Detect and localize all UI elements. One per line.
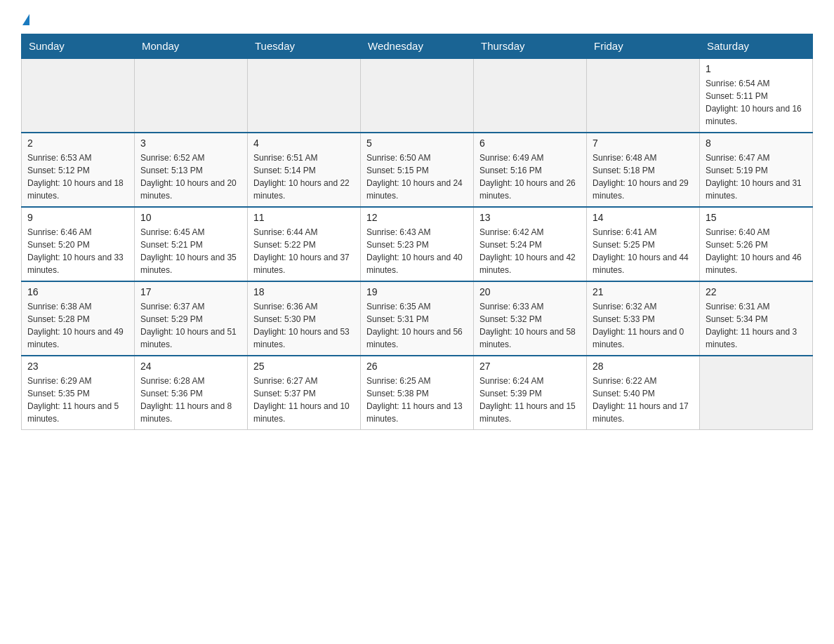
logo [21, 14, 29, 27]
calendar-cell: 18Sunrise: 6:36 AM Sunset: 5:30 PM Dayli… [248, 281, 361, 356]
day-number: 2 [27, 137, 128, 149]
calendar-week-row: 9Sunrise: 6:46 AM Sunset: 5:20 PM Daylig… [22, 207, 813, 281]
calendar-cell: 14Sunrise: 6:41 AM Sunset: 5:25 PM Dayli… [587, 207, 700, 281]
day-info: Sunrise: 6:45 AM Sunset: 5:21 PM Dayligh… [140, 226, 241, 276]
day-info: Sunrise: 6:27 AM Sunset: 5:37 PM Dayligh… [253, 375, 355, 425]
calendar-cell: 6Sunrise: 6:49 AM Sunset: 5:16 PM Daylig… [474, 133, 587, 207]
day-number: 22 [706, 286, 807, 297]
calendar-cell: 23Sunrise: 6:29 AM Sunset: 5:35 PM Dayli… [22, 356, 135, 430]
day-info: Sunrise: 6:29 AM Sunset: 5:35 PM Dayligh… [27, 375, 128, 425]
day-info: Sunrise: 6:32 AM Sunset: 5:33 PM Dayligh… [593, 300, 694, 351]
day-info: Sunrise: 6:41 AM Sunset: 5:25 PM Dayligh… [593, 226, 694, 276]
day-number: 25 [253, 361, 355, 372]
calendar-cell: 13Sunrise: 6:42 AM Sunset: 5:24 PM Dayli… [474, 207, 587, 281]
page-header [21, 14, 813, 27]
calendar-cell: 10Sunrise: 6:45 AM Sunset: 5:21 PM Dayli… [135, 207, 248, 281]
calendar-cell: 5Sunrise: 6:50 AM Sunset: 5:15 PM Daylig… [361, 133, 474, 207]
calendar-cell: 22Sunrise: 6:31 AM Sunset: 5:34 PM Dayli… [700, 281, 813, 356]
day-number: 14 [593, 212, 694, 223]
calendar-cell: 27Sunrise: 6:24 AM Sunset: 5:39 PM Dayli… [474, 356, 587, 430]
day-number: 4 [253, 137, 355, 149]
day-info: Sunrise: 6:51 AM Sunset: 5:14 PM Dayligh… [253, 152, 355, 202]
day-number: 3 [140, 137, 241, 149]
calendar-header-row: SundayMondayTuesdayWednesdayThursdayFrid… [22, 34, 813, 59]
day-info: Sunrise: 6:53 AM Sunset: 5:12 PM Dayligh… [27, 152, 128, 202]
calendar-cell: 25Sunrise: 6:27 AM Sunset: 5:37 PM Dayli… [248, 356, 361, 430]
day-number: 17 [140, 286, 241, 297]
day-number: 26 [366, 361, 468, 372]
day-info: Sunrise: 6:44 AM Sunset: 5:22 PM Dayligh… [253, 226, 355, 276]
calendar-cell: 7Sunrise: 6:48 AM Sunset: 5:18 PM Daylig… [587, 133, 700, 207]
calendar-cell: 17Sunrise: 6:37 AM Sunset: 5:29 PM Dayli… [135, 281, 248, 356]
calendar-week-row: 16Sunrise: 6:38 AM Sunset: 5:28 PM Dayli… [22, 281, 813, 356]
day-of-week-header: Saturday [700, 34, 813, 59]
day-number: 10 [140, 212, 241, 223]
calendar-table: SundayMondayTuesdayWednesdayThursdayFrid… [21, 34, 813, 430]
day-of-week-header: Monday [135, 34, 248, 59]
day-of-week-header: Thursday [474, 34, 587, 59]
day-info: Sunrise: 6:43 AM Sunset: 5:23 PM Dayligh… [366, 226, 468, 276]
day-info: Sunrise: 6:52 AM Sunset: 5:13 PM Dayligh… [140, 152, 241, 202]
day-number: 24 [140, 361, 241, 372]
day-info: Sunrise: 6:24 AM Sunset: 5:39 PM Dayligh… [479, 375, 581, 425]
calendar-week-row: 23Sunrise: 6:29 AM Sunset: 5:35 PM Dayli… [22, 356, 813, 430]
day-number: 1 [706, 63, 807, 74]
day-info: Sunrise: 6:22 AM Sunset: 5:40 PM Dayligh… [593, 375, 694, 425]
day-of-week-header: Tuesday [248, 34, 361, 59]
day-info: Sunrise: 6:48 AM Sunset: 5:18 PM Dayligh… [593, 152, 694, 202]
calendar-cell: 20Sunrise: 6:33 AM Sunset: 5:32 PM Dayli… [474, 281, 587, 356]
day-number: 28 [593, 361, 694, 372]
day-info: Sunrise: 6:31 AM Sunset: 5:34 PM Dayligh… [706, 300, 807, 351]
day-info: Sunrise: 6:28 AM Sunset: 5:36 PM Dayligh… [140, 375, 241, 425]
calendar-cell: 11Sunrise: 6:44 AM Sunset: 5:22 PM Dayli… [248, 207, 361, 281]
calendar-week-row: 1Sunrise: 6:54 AM Sunset: 5:11 PM Daylig… [22, 58, 813, 133]
day-info: Sunrise: 6:42 AM Sunset: 5:24 PM Dayligh… [479, 226, 581, 276]
calendar-cell [361, 58, 474, 133]
calendar-cell [587, 58, 700, 133]
day-number: 15 [706, 212, 807, 223]
day-of-week-header: Wednesday [361, 34, 474, 59]
day-info: Sunrise: 6:38 AM Sunset: 5:28 PM Dayligh… [27, 300, 128, 351]
day-of-week-header: Friday [587, 34, 700, 59]
day-of-week-header: Sunday [22, 34, 135, 59]
calendar-cell [700, 356, 813, 430]
calendar-week-row: 2Sunrise: 6:53 AM Sunset: 5:12 PM Daylig… [22, 133, 813, 207]
day-number: 7 [593, 137, 694, 149]
day-number: 21 [593, 286, 694, 297]
calendar-cell: 16Sunrise: 6:38 AM Sunset: 5:28 PM Dayli… [22, 281, 135, 356]
day-info: Sunrise: 6:46 AM Sunset: 5:20 PM Dayligh… [27, 226, 128, 276]
calendar-cell: 12Sunrise: 6:43 AM Sunset: 5:23 PM Dayli… [361, 207, 474, 281]
calendar-cell: 21Sunrise: 6:32 AM Sunset: 5:33 PM Dayli… [587, 281, 700, 356]
day-number: 23 [27, 361, 128, 372]
calendar-cell [135, 58, 248, 133]
day-info: Sunrise: 6:33 AM Sunset: 5:32 PM Dayligh… [479, 300, 581, 351]
day-number: 19 [366, 286, 468, 297]
day-info: Sunrise: 6:37 AM Sunset: 5:29 PM Dayligh… [140, 300, 241, 351]
calendar-cell: 28Sunrise: 6:22 AM Sunset: 5:40 PM Dayli… [587, 356, 700, 430]
calendar-cell: 15Sunrise: 6:40 AM Sunset: 5:26 PM Dayli… [700, 207, 813, 281]
day-info: Sunrise: 6:35 AM Sunset: 5:31 PM Dayligh… [366, 300, 468, 351]
logo-triangle-icon [22, 14, 29, 25]
day-info: Sunrise: 6:50 AM Sunset: 5:15 PM Dayligh… [366, 152, 468, 202]
calendar-cell [248, 58, 361, 133]
day-number: 11 [253, 212, 355, 223]
day-info: Sunrise: 6:47 AM Sunset: 5:19 PM Dayligh… [706, 152, 807, 202]
calendar-cell: 1Sunrise: 6:54 AM Sunset: 5:11 PM Daylig… [700, 58, 813, 133]
day-info: Sunrise: 6:54 AM Sunset: 5:11 PM Dayligh… [706, 77, 807, 128]
day-number: 18 [253, 286, 355, 297]
calendar-cell: 2Sunrise: 6:53 AM Sunset: 5:12 PM Daylig… [22, 133, 135, 207]
day-number: 9 [27, 212, 128, 223]
day-number: 12 [366, 212, 468, 223]
calendar-cell [474, 58, 587, 133]
day-info: Sunrise: 6:36 AM Sunset: 5:30 PM Dayligh… [253, 300, 355, 351]
calendar-cell: 26Sunrise: 6:25 AM Sunset: 5:38 PM Dayli… [361, 356, 474, 430]
day-info: Sunrise: 6:49 AM Sunset: 5:16 PM Dayligh… [479, 152, 581, 202]
day-info: Sunrise: 6:25 AM Sunset: 5:38 PM Dayligh… [366, 375, 468, 425]
calendar-cell [22, 58, 135, 133]
day-number: 20 [479, 286, 581, 297]
day-number: 6 [479, 137, 581, 149]
calendar-cell: 3Sunrise: 6:52 AM Sunset: 5:13 PM Daylig… [135, 133, 248, 207]
day-number: 8 [706, 137, 807, 149]
calendar-cell: 4Sunrise: 6:51 AM Sunset: 5:14 PM Daylig… [248, 133, 361, 207]
calendar-cell: 19Sunrise: 6:35 AM Sunset: 5:31 PM Dayli… [361, 281, 474, 356]
